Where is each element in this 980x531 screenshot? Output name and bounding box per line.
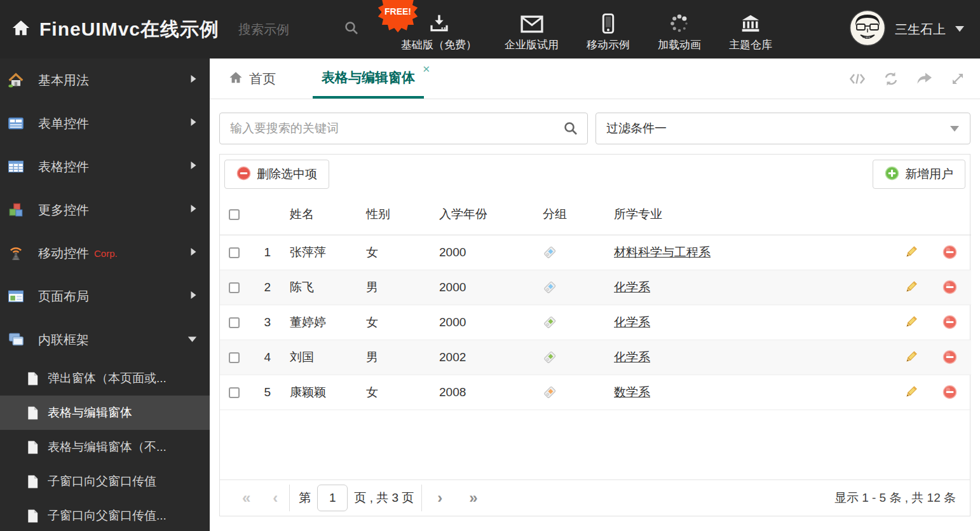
add-user-button[interactable]: 新增用户 bbox=[873, 160, 965, 189]
major-link[interactable]: 化学系 bbox=[614, 350, 650, 364]
edit-pencil-icon[interactable] bbox=[904, 350, 918, 364]
share-icon[interactable] bbox=[916, 72, 933, 86]
delete-row-icon[interactable] bbox=[943, 245, 957, 259]
edit-pencil-icon[interactable] bbox=[904, 280, 918, 294]
nav-item-3[interactable]: 加载动画 bbox=[658, 12, 701, 52]
nav-item-4[interactable]: 主题仓库 bbox=[729, 12, 772, 52]
major-link[interactable]: 化学系 bbox=[614, 280, 650, 294]
spinner-icon bbox=[669, 12, 690, 34]
nav-item-2[interactable]: 移动示例 bbox=[587, 12, 630, 52]
tab-active-label: 表格与编辑窗体 bbox=[322, 69, 415, 86]
tab-home[interactable]: 首页 bbox=[229, 59, 276, 99]
sidebar-item-4[interactable]: 移动控件Corp. bbox=[0, 231, 210, 275]
header-search-input[interactable] bbox=[238, 22, 334, 37]
header-nav: FREE! 基础版（免费）企业版试用移动示例加载动画主题仓库 bbox=[401, 0, 772, 59]
sidebar-item-1[interactable]: 表单控件 bbox=[0, 102, 210, 145]
user-grid-panel: 删除选中项 新增用户 姓名 性别 bbox=[219, 154, 970, 516]
sidebar-item-2[interactable]: 表格控件 bbox=[0, 145, 210, 188]
major-link[interactable]: 化学系 bbox=[614, 315, 650, 329]
user-name: 三生石上 bbox=[895, 21, 946, 38]
document-icon bbox=[25, 371, 40, 386]
expand-icon[interactable] bbox=[951, 72, 965, 86]
minus-circle-icon bbox=[236, 166, 251, 183]
top-header: FineUIMvc在线示例 FREE! 基础版（免费）企业版试用移动示例加载动画… bbox=[0, 0, 980, 59]
app-logo[interactable]: FineUIMvc在线示例 bbox=[11, 17, 219, 43]
table-row[interactable]: 2陈飞男2000化学系 bbox=[220, 270, 971, 305]
delete-selected-button[interactable]: 删除选中项 bbox=[224, 160, 329, 189]
row-number: 4 bbox=[248, 340, 277, 375]
table-row[interactable]: 3董婷婷女2000化学系 bbox=[220, 305, 971, 340]
cubes-icon bbox=[8, 202, 24, 218]
edit-pencil-icon[interactable] bbox=[904, 245, 918, 259]
tag-icon bbox=[543, 245, 557, 259]
table-row[interactable]: 1张萍萍女2000材料科学与工程系 bbox=[220, 235, 971, 270]
nav-item-label: 主题仓库 bbox=[729, 38, 772, 52]
delete-row-icon[interactable] bbox=[943, 280, 957, 294]
select-all-checkbox[interactable] bbox=[229, 209, 240, 220]
cell-name: 董婷婷 bbox=[277, 305, 353, 340]
major-link[interactable]: 材料科学与工程系 bbox=[614, 245, 711, 259]
edit-pencil-icon[interactable] bbox=[904, 315, 918, 329]
frames-icon bbox=[8, 331, 24, 348]
sidebar-item-5[interactable]: 页面布局 bbox=[0, 275, 210, 318]
nav-item-label: 加载动画 bbox=[658, 38, 701, 52]
nav-item-1[interactable]: 企业版试用 bbox=[505, 12, 559, 52]
major-link[interactable]: 数学系 bbox=[614, 385, 650, 399]
search-icon[interactable] bbox=[344, 20, 359, 38]
delete-row-icon[interactable] bbox=[943, 385, 957, 399]
column-gender[interactable]: 性别 bbox=[353, 194, 430, 235]
chevron-right-icon bbox=[190, 291, 197, 302]
chevron-down-icon bbox=[955, 24, 965, 35]
first-page-button[interactable]: « bbox=[242, 490, 250, 506]
sidebar-subitem-4[interactable]: 子窗口向父窗口传值... bbox=[0, 499, 210, 531]
keyword-search-input[interactable] bbox=[220, 121, 563, 135]
sidebar-item-6[interactable]: 内联框架 bbox=[0, 318, 210, 361]
column-year[interactable]: 入学年份 bbox=[430, 194, 531, 235]
sidebar-subitem-0[interactable]: 弹出窗体（本页面或... bbox=[0, 361, 210, 396]
sidebar-menu: 基本用法表单控件表格控件更多控件移动控件Corp.页面布局内联框架 bbox=[0, 59, 210, 361]
refresh-icon[interactable] bbox=[883, 71, 899, 86]
column-group[interactable]: 分组 bbox=[531, 194, 601, 235]
page-prefix-label: 第 bbox=[299, 490, 311, 506]
cell-name: 陈飞 bbox=[277, 270, 353, 305]
tab-grid-edit-window[interactable]: 表格与编辑窗体 ✕ bbox=[313, 59, 424, 99]
home-icon bbox=[11, 18, 31, 40]
tab-toolbar bbox=[849, 59, 965, 99]
row-checkbox[interactable] bbox=[229, 282, 240, 293]
prev-page-button[interactable]: ‹ bbox=[273, 490, 278, 506]
column-major[interactable]: 所学专业 bbox=[601, 194, 894, 235]
nav-item-0[interactable]: 基础版（免费） bbox=[401, 12, 477, 52]
user-menu[interactable]: 三生石上 bbox=[849, 10, 965, 49]
last-page-button[interactable]: » bbox=[469, 490, 477, 506]
delete-row-icon[interactable] bbox=[943, 315, 957, 329]
column-rownum bbox=[248, 194, 277, 235]
next-page-button[interactable]: › bbox=[437, 490, 442, 506]
row-checkbox[interactable] bbox=[229, 352, 240, 363]
filter-dropdown[interactable]: 过滤条件一 bbox=[595, 113, 970, 144]
table-row[interactable]: 4刘国男2002化学系 bbox=[220, 340, 971, 375]
home-icon bbox=[229, 71, 243, 87]
page-number-input[interactable] bbox=[317, 485, 348, 511]
page-suffix-label: 页 , 共 3 页 bbox=[354, 490, 414, 506]
sidebar-subitem-label: 子窗口向父窗口传值... bbox=[48, 507, 167, 524]
filter-dropdown-value: 过滤条件一 bbox=[606, 120, 667, 137]
row-number: 1 bbox=[248, 235, 277, 270]
sidebar-subitem-1[interactable]: 表格与编辑窗体 bbox=[0, 396, 210, 430]
sidebar-item-3[interactable]: 更多控件 bbox=[0, 188, 210, 231]
column-name[interactable]: 姓名 bbox=[277, 194, 353, 235]
row-number: 2 bbox=[248, 270, 277, 305]
sidebar-item-0[interactable]: 基本用法 bbox=[0, 59, 210, 102]
row-checkbox[interactable] bbox=[229, 317, 240, 328]
code-icon[interactable] bbox=[849, 72, 866, 86]
sidebar-subitem-2[interactable]: 表格与编辑窗体（不... bbox=[0, 430, 210, 464]
edit-pencil-icon[interactable] bbox=[904, 385, 918, 399]
table-row[interactable]: 5康颖颖女2008数学系 bbox=[220, 375, 971, 410]
row-checkbox[interactable] bbox=[229, 387, 240, 398]
cell-year: 2000 bbox=[430, 270, 531, 305]
search-icon[interactable] bbox=[563, 121, 578, 136]
delete-row-icon[interactable] bbox=[943, 350, 957, 364]
close-icon[interactable]: ✕ bbox=[422, 64, 430, 75]
row-checkbox[interactable] bbox=[229, 247, 240, 258]
sidebar-subitem-3[interactable]: 子窗口向父窗口传值 bbox=[0, 464, 210, 499]
nav-item-label: 企业版试用 bbox=[505, 38, 559, 52]
